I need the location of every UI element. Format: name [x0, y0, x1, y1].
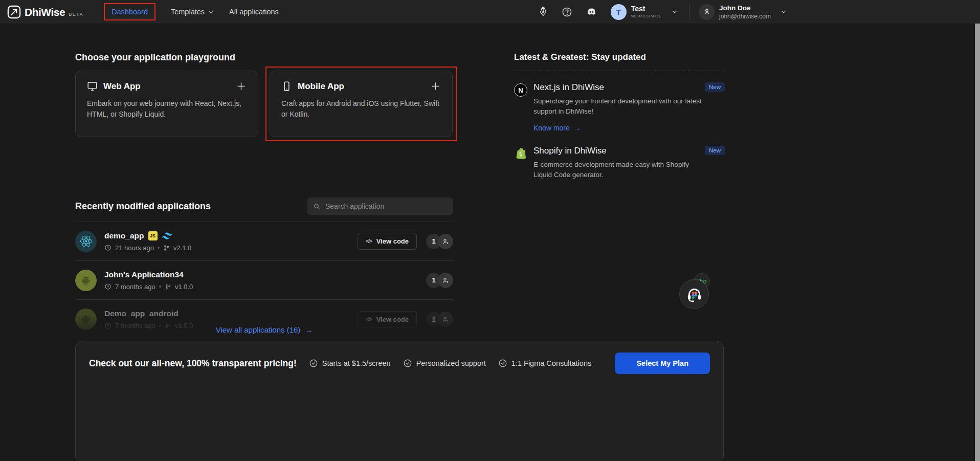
chevron-down-icon: [781, 9, 787, 15]
javascript-badge-icon: JS: [148, 231, 158, 240]
view-all-applications: View all applications (16) →: [75, 325, 453, 335]
search-icon: [313, 203, 321, 210]
git-branch-icon: [163, 245, 170, 251]
nav-item-templates[interactable]: Templates: [171, 8, 214, 16]
application-row-johns-application34[interactable]: John's Application34 7 months ago v1.0.0: [75, 261, 453, 300]
code-icon: </>: [366, 238, 371, 244]
top-nav: DhiWise BETA Dashboard Templates All app…: [0, 0, 980, 24]
nextjs-icon: N: [514, 82, 527, 133]
card-title: Mobile App: [298, 81, 344, 92]
app-name: demo_app: [104, 231, 144, 240]
nav-item-all-applications[interactable]: All applications: [229, 8, 279, 16]
updates-panel: Latest & Greatest: Stay updated N Next.j…: [514, 52, 725, 180]
check-circle-icon: [498, 359, 507, 368]
member-avatar-group: 1: [426, 273, 453, 288]
discord-icon[interactable]: [586, 6, 597, 18]
nav-item-dashboard[interactable]: Dashboard: [112, 8, 148, 16]
member-avatar-group: 1: [426, 234, 453, 249]
card-title: Web App: [103, 81, 141, 92]
pen-tool-icon[interactable]: [538, 7, 548, 17]
plus-icon[interactable]: [430, 81, 441, 92]
shopify-icon: [514, 146, 527, 181]
new-badge: New: [705, 146, 725, 155]
user-menu[interactable]: John Doe john@dhiwise.com: [699, 4, 787, 20]
search-box[interactable]: [307, 197, 453, 215]
nav-divider: [689, 4, 689, 19]
pricing-feature: Starts at $1.5/screen: [309, 359, 391, 368]
dashed-divider: [514, 71, 725, 71]
chevron-down-icon: [672, 9, 678, 15]
view-all-link[interactable]: View all applications (16) →: [216, 325, 313, 334]
check-circle-icon: [309, 359, 318, 368]
update-title: Shopify in DhiWise: [533, 146, 607, 156]
help-icon[interactable]: [562, 7, 572, 17]
add-member-icon[interactable]: [438, 273, 453, 288]
phone-icon: [281, 81, 292, 92]
dot-separator: [159, 286, 161, 288]
user-name: John Doe: [719, 4, 771, 12]
arrow-right-icon: →: [574, 124, 581, 132]
playground-title: Choose your application playground: [75, 52, 235, 63]
annotation-box-dashboard: Dashboard: [104, 3, 155, 20]
app-version: v1.0.0: [175, 283, 193, 291]
update-item-nextjs: N Next.js in DhiWise New Supercharge you…: [514, 82, 725, 133]
brand-name: DhiWise: [25, 6, 65, 19]
update-item-shopify: Shopify in DhiWise New E-commerce develo…: [514, 146, 725, 181]
nav-right-cluster: T Test WORKSPACE John Doe john@dhiwise.c…: [525, 4, 787, 20]
nav-links: Dashboard Templates All applications: [104, 3, 279, 20]
react-icon: [75, 231, 97, 252]
update-title: Next.js in DhiWise: [533, 82, 604, 93]
view-code-button[interactable]: </> View code: [358, 233, 417, 250]
app-version: v2.1.0: [173, 244, 191, 252]
scrollbar-thumb[interactable]: [975, 24, 980, 461]
add-member-icon[interactable]: [438, 234, 453, 249]
beta-label: BETA: [69, 12, 83, 19]
check-circle-icon: [403, 359, 412, 368]
know-more-link[interactable]: Know more →: [533, 124, 581, 132]
arrow-right-icon: →: [305, 325, 313, 334]
app-name: Demo_app_android: [104, 309, 179, 318]
updates-title: Latest & Greatest: Stay updated: [514, 52, 725, 62]
card-description: Embark on your web journey with React, N…: [87, 98, 248, 120]
pricing-features: Starts at $1.5/screen Personalized suppo…: [309, 359, 591, 368]
support-headset-button[interactable]: [679, 279, 709, 309]
select-my-plan-button[interactable]: Select My Plan: [615, 353, 710, 374]
pricing-feature: Personalized support: [403, 359, 486, 368]
update-description: Supercharge your frontend development wi…: [533, 96, 702, 117]
chevron-down-icon: [208, 9, 214, 15]
search-input[interactable]: [325, 202, 448, 210]
mobile-app-card[interactable]: Mobile App Craft apps for Android and iO…: [270, 71, 453, 137]
workspace-avatar: T: [611, 4, 627, 20]
add-member-icon[interactable]: [438, 312, 453, 327]
member-avatar-group: 1: [426, 312, 453, 327]
support-widget: Pro: [679, 273, 725, 314]
plus-icon[interactable]: [236, 81, 247, 92]
web-app-card[interactable]: Web App Embark on your web journey with …: [75, 71, 258, 137]
dhiwise-logo-icon: [7, 5, 21, 19]
scrollbar-track[interactable]: [975, 24, 980, 461]
playground-cards: Web App Embark on your web journey with …: [75, 71, 453, 137]
user-avatar-icon: [699, 4, 715, 20]
user-email: john@dhiwise.com: [719, 13, 771, 20]
android-icon: [75, 270, 97, 291]
recent-applications: Recently modified applications: [75, 197, 453, 339]
modified-time: 21 hours ago: [115, 244, 154, 252]
workspace-type: WORKSPACE: [631, 14, 662, 18]
application-list: demo_app JS 21 hours ago: [75, 222, 453, 339]
pricing-headline: Check out our all-new, 100% transparent …: [89, 358, 297, 369]
update-description: E-commerce development made easy with Sh…: [533, 160, 702, 181]
card-description: Craft apps for Android and iOS using Flu…: [281, 98, 442, 120]
new-badge: New: [705, 82, 725, 92]
recent-title: Recently modified applications: [75, 201, 211, 212]
application-row-demo-app[interactable]: demo_app JS 21 hours ago: [75, 222, 453, 261]
monitor-icon: [87, 81, 98, 92]
workspace-name: Test: [631, 5, 662, 13]
tailwind-icon: [162, 232, 172, 239]
pricing-banner: Check out our all-new, 100% transparent …: [75, 341, 724, 461]
modified-time: 7 months ago: [115, 283, 155, 291]
workspace-switcher[interactable]: T Test WORKSPACE: [611, 4, 678, 20]
brand[interactable]: DhiWise BETA: [7, 5, 83, 19]
app-name: John's Application34: [104, 270, 184, 279]
git-branch-icon: [165, 283, 171, 290]
dot-separator: [158, 247, 160, 249]
